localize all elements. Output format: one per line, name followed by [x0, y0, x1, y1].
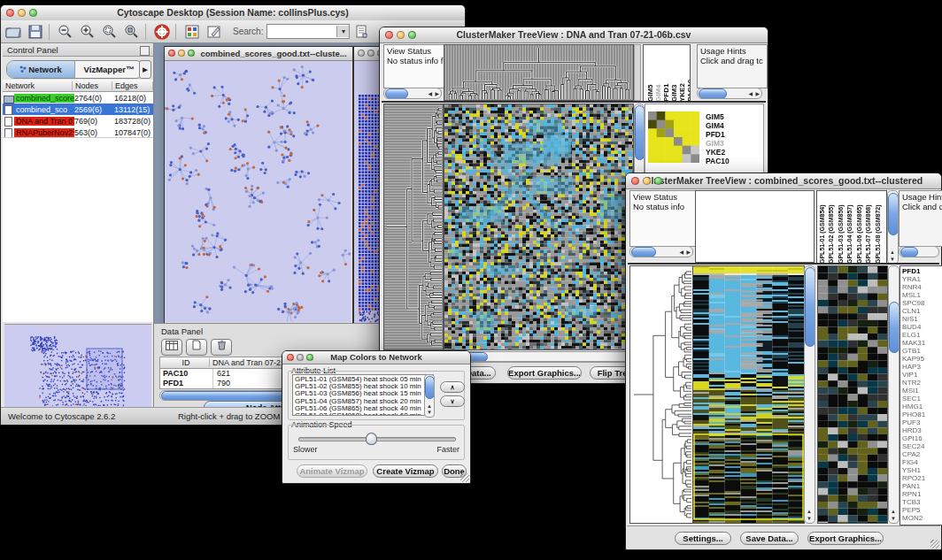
scroll-left-icon[interactable]: ◀ [428, 91, 432, 96]
tab-overflow-button[interactable]: ▶ [139, 60, 151, 79]
gene-label[interactable]: HRD3 [902, 426, 941, 434]
heatmap-vscrollbar[interactable]: ▲ ▼ [804, 265, 815, 524]
scroll-up-icon[interactable]: ▲ [891, 509, 896, 514]
speed-slider-thumb[interactable] [366, 433, 377, 445]
gene-label[interactable]: CPA2 [902, 450, 941, 458]
delete-attribute-button[interactable] [211, 339, 232, 356]
search-combobox[interactable]: ▼ [266, 24, 350, 39]
gene-label[interactable]: SEC24 [902, 442, 941, 450]
col-network[interactable]: Network [3, 81, 73, 90]
network-overview-panel[interactable] [4, 324, 151, 407]
gene-label[interactable]: MSL1 [902, 291, 941, 299]
gene-label[interactable]: RPN1 [902, 490, 941, 498]
annotation-button[interactable] [205, 23, 224, 41]
save-data-button[interactable]: Save Data... [740, 532, 799, 545]
gene-label[interactable]: PUF3 [902, 418, 941, 426]
network-table-header[interactable]: Network Nodes Edges [3, 80, 153, 92]
scroll-right-icon[interactable]: ▶ [435, 91, 439, 96]
network-canvas[interactable] [165, 61, 351, 322]
gene-label[interactable]: HAP3 [902, 363, 941, 371]
settings-button[interactable]: Settings... [675, 532, 731, 545]
save-session-button[interactable] [26, 23, 45, 41]
scrollbar-thumb[interactable] [385, 88, 408, 99]
zoom-out-button[interactable] [56, 23, 75, 41]
attribute-browser-button[interactable] [182, 23, 202, 41]
gene-label[interactable]: PHO81 [902, 410, 941, 418]
tab-vizmapper[interactable]: VizMapper™ [74, 61, 143, 78]
minimize-button[interactable] [397, 31, 405, 39]
scroll-up-icon[interactable]: ▲ [807, 509, 812, 514]
view-status-scrollbar[interactable]: ◀ ▶ [629, 246, 693, 257]
close-button[interactable] [385, 31, 393, 39]
usage-hints-scrollbar[interactable]: ◀ ▶ [697, 88, 762, 99]
scrollbar-thumb[interactable] [635, 105, 645, 160]
close-button[interactable] [631, 177, 639, 185]
scroll-down-icon[interactable]: ▼ [427, 410, 432, 415]
gene-label[interactable]: YSH1 [902, 466, 941, 474]
zoom-button[interactable] [654, 177, 662, 185]
zoom-vscrollbar[interactable]: ▲ ▼ [888, 265, 900, 524]
scroll-right-icon[interactable]: ▶ [755, 91, 760, 96]
close-button[interactable] [287, 354, 294, 361]
attribute-select-button[interactable] [161, 339, 182, 356]
minimize-button[interactable] [178, 50, 185, 57]
zoom-button[interactable] [306, 354, 313, 361]
treeview2-titlebar[interactable]: ClusterMaker TreeView : combined_scores_… [626, 173, 941, 189]
zoom-button[interactable] [188, 50, 195, 57]
usage-hints-scrollbar[interactable] [899, 246, 939, 257]
gene-label[interactable]: CLN1 [902, 307, 941, 315]
gene-label[interactable]: NTR2 [902, 379, 941, 387]
column-labels-vscrollbar[interactable]: ▲ ▼ [887, 190, 899, 265]
col-edges[interactable]: Edges [112, 81, 153, 90]
scrollbar-thumb[interactable] [900, 247, 918, 257]
scroll-up-icon[interactable]: ▲ [427, 403, 432, 409]
correlation-matrix[interactable] [648, 111, 699, 163]
zoom-fit-button[interactable] [122, 23, 142, 41]
export-graphics-button[interactable]: Export Graphics... [807, 532, 884, 545]
gene-label[interactable]: MSI1 [902, 387, 941, 395]
gene-label[interactable]: YKE2 [706, 148, 761, 157]
float-panel-icon[interactable] [140, 46, 150, 56]
heatmap-global[interactable] [692, 265, 805, 524]
chevron-down-icon[interactable]: ▼ [336, 26, 349, 37]
resize-grip[interactable] [930, 540, 939, 548]
gene-label[interactable]: GIM5 [706, 112, 761, 121]
zoom-in-button[interactable] [78, 23, 97, 41]
minimize-button[interactable] [18, 9, 26, 17]
gene-label[interactable]: MAK31 [902, 339, 941, 347]
gene-label[interactable]: PFD1 [902, 267, 941, 275]
scrollbar-thumb[interactable] [699, 88, 727, 99]
gene-label[interactable]: GPI16 [902, 434, 941, 442]
scrollbar-thumb[interactable] [889, 302, 900, 353]
gene-label[interactable]: FIG4 [902, 458, 941, 466]
column-dendrogram[interactable] [444, 44, 634, 101]
minimize-button[interactable] [643, 177, 651, 185]
gene-label[interactable]: BUD4 [902, 323, 941, 331]
gene-label[interactable]: TCB3 [902, 498, 941, 506]
gene-label[interactable]: GIM3 [706, 139, 761, 148]
gene-label[interactable]: MON2 [902, 514, 941, 522]
zoom-button[interactable] [29, 9, 37, 17]
gene-label[interactable]: KAP95 [902, 355, 941, 363]
gene-label[interactable]: YRA1 [902, 275, 941, 283]
move-down-button[interactable]: ∨ [440, 395, 465, 407]
gene-label[interactable]: PFD1 [706, 130, 761, 139]
row-dendrogram[interactable] [629, 265, 693, 524]
open-session-button[interactable] [4, 23, 23, 41]
speed-slider-track[interactable] [298, 437, 456, 441]
export-graphics-button[interactable]: Export Graphics... [507, 366, 582, 380]
gene-label[interactable]: GTB1 [902, 347, 941, 355]
heatmap-zoom[interactable] [817, 265, 888, 524]
move-up-button[interactable]: ∧ [440, 381, 465, 393]
attribute-item[interactable]: GPL51-07 (GSM868) heat shock 60 min [295, 412, 431, 416]
network-row[interactable]: DNA and Tran 07769(0)183728(0) [3, 115, 153, 127]
network-row[interactable]: combined_sco2569(6)13112(15) [3, 104, 153, 115]
close-button[interactable] [168, 50, 175, 57]
column-scroll-strip[interactable] [634, 44, 641, 101]
col-nodes[interactable]: Nodes [73, 81, 112, 90]
dialog-titlebar[interactable]: Map Colors to Network [282, 351, 470, 364]
gene-label[interactable]: VIP1 [902, 371, 941, 379]
scroll-left-icon[interactable]: ◀ [748, 91, 753, 96]
import-table-button[interactable] [352, 23, 372, 41]
gene-label[interactable]: PAN1 [902, 482, 941, 490]
